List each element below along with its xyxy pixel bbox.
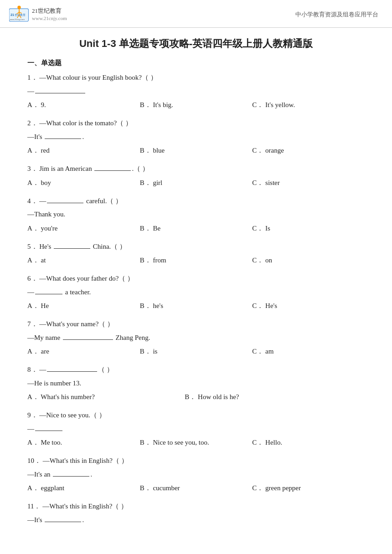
option-6b: B． he's <box>140 300 253 312</box>
question-9-text: 9． —Nice to see you.（ ） <box>27 410 365 421</box>
option-1c: C． It's yellow. <box>252 99 365 111</box>
option-2a: A． red <box>27 144 140 157</box>
option-1a: A． 9. <box>27 99 140 111</box>
option-1b: B． It's big. <box>140 99 253 111</box>
option-4b: B． Be <box>140 222 253 235</box>
svg-text:世纪教育: 世纪教育 <box>15 13 26 16</box>
option-4a: A． you're <box>27 222 140 235</box>
question-11: 11． —What's this in English?（ ） —It's . <box>27 501 365 526</box>
question-10-text: 10． —What's this in English?（ ） <box>27 455 365 467</box>
question-10-blank: —It's an . <box>27 469 365 481</box>
question-4-options: A． you're B． Be C． Is <box>27 222 365 235</box>
question-2-options: A． red B． blue C． orange <box>27 144 365 157</box>
question-2-text: 2． —What color is the tomato?（ ） <box>27 118 365 129</box>
question-6-options: A． He B． he's C． He's <box>27 300 365 312</box>
question-11-blank: —It's . <box>27 514 365 526</box>
question-4-blank: —Thank you. <box>27 209 365 221</box>
question-8: 8． —（ ） —He is number 13. A． What's his … <box>27 364 365 403</box>
question-9-options: A． Me too. B． Nice to see you, too. C． H… <box>27 436 365 449</box>
question-2: 2． —What color is the tomato?（ ） —It's .… <box>27 118 365 157</box>
option-6c: C． He's <box>252 300 365 312</box>
option-3c: C． sister <box>252 177 365 189</box>
page-header: 21 世纪教育 www.21cnjy.com 21世纪教育 www.21cnjy… <box>0 0 392 28</box>
question-4: 4． — careful.（ ） —Thank you. A． you're B… <box>27 195 365 235</box>
option-3b: B． girl <box>140 177 253 189</box>
logo: 21 世纪教育 www.21cnjy.com 21世纪教育 www.21cnjy… <box>9 5 67 25</box>
option-5c: C． on <box>252 254 365 267</box>
question-4-text: 4． — careful.（ ） <box>27 195 365 207</box>
question-6-blank: — a teacher. <box>27 287 365 298</box>
question-3-text: 3． Jim is an American .（ ） <box>27 163 365 175</box>
option-9a: A． Me too. <box>27 436 140 449</box>
option-7a: A． are <box>27 345 140 358</box>
question-3: 3． Jim is an American .（ ） A． boy B． gir… <box>27 163 365 189</box>
option-7c: C． am <box>252 345 365 358</box>
question-1-blank: — <box>27 86 365 97</box>
logo-text: 21世纪教育 www.21cnjy.com <box>32 7 67 21</box>
question-8-blank: —He is number 13. <box>27 378 365 390</box>
question-6-text: 6． —What does your father do?（ ） <box>27 273 365 285</box>
page-title: Unit 1-3 单选题专项攻略-英语四年级上册人教精通版 <box>27 37 365 51</box>
svg-text:21: 21 <box>10 13 14 17</box>
option-6a: A． He <box>27 300 140 312</box>
question-8-options: A． What's his number? B． How old is he? <box>27 391 365 403</box>
section-title: 一、单选题 <box>27 59 365 67</box>
svg-text:www.21cnjy.com: www.21cnjy.com <box>10 18 25 21</box>
option-2b: B． blue <box>140 144 253 157</box>
option-5a: A． at <box>27 254 140 267</box>
question-10-options: A． eggplant B． cucumber C． green pepper <box>27 482 365 494</box>
question-9: 9． —Nice to see you.（ ） — A． Me too. B． … <box>27 410 365 449</box>
question-5-options: A． at B． from C． on <box>27 254 365 267</box>
option-8b: B． How old is he? <box>185 391 365 403</box>
question-5-text: 5． He's China.（ ） <box>27 241 365 253</box>
question-1: 1． —What colour is your English book?（ ）… <box>27 72 365 111</box>
option-9b: B． Nice to see you, too. <box>140 436 253 449</box>
option-4c: C． Is <box>252 222 365 235</box>
option-10a: A． eggplant <box>27 482 140 494</box>
question-9-blank: — <box>27 423 365 435</box>
question-7-options: A． are B． is C． am <box>27 345 365 358</box>
question-6: 6． —What does your father do?（ ） — a tea… <box>27 273 365 312</box>
option-10b: B． cucumber <box>140 482 253 494</box>
question-7: 7． —What's your name?（ ） —My name Zhang … <box>27 318 365 358</box>
option-2c: C． orange <box>252 144 365 157</box>
option-10c: C． green pepper <box>252 482 365 494</box>
option-3a: A． boy <box>27 177 140 189</box>
option-9c: C． Hello. <box>252 436 365 449</box>
option-8a: A． What's his number? <box>27 391 185 403</box>
question-8-text: 8． —（ ） <box>27 364 365 376</box>
question-3-options: A． boy B． girl C． sister <box>27 177 365 189</box>
option-7b: B． is <box>140 345 253 358</box>
question-10: 10． —What's this in English?（ ） —It's an… <box>27 455 365 494</box>
question-2-blank: —It's . <box>27 131 365 143</box>
main-content: Unit 1-3 单选题专项攻略-英语四年级上册人教精通版 一、单选题 1． —… <box>0 28 392 546</box>
logo-icon: 21 世纪教育 www.21cnjy.com <box>9 5 29 25</box>
question-5: 5． He's China.（ ） A． at B． from C． on <box>27 241 365 267</box>
option-5b: B． from <box>140 254 253 267</box>
svg-point-1 <box>17 6 21 9</box>
question-7-text: 7． —What's your name?（ ） <box>27 318 365 330</box>
header-tagline: 中小学教育资源及组卷应用平台 <box>295 10 378 19</box>
question-7-blank: —My name Zhang Peng. <box>27 332 365 344</box>
question-1-text: 1． —What colour is your English book?（ ） <box>27 72 365 84</box>
question-11-text: 11． —What's this in English?（ ） <box>27 501 365 513</box>
question-1-options: A． 9. B． It's big. C． It's yellow. <box>27 99 365 111</box>
